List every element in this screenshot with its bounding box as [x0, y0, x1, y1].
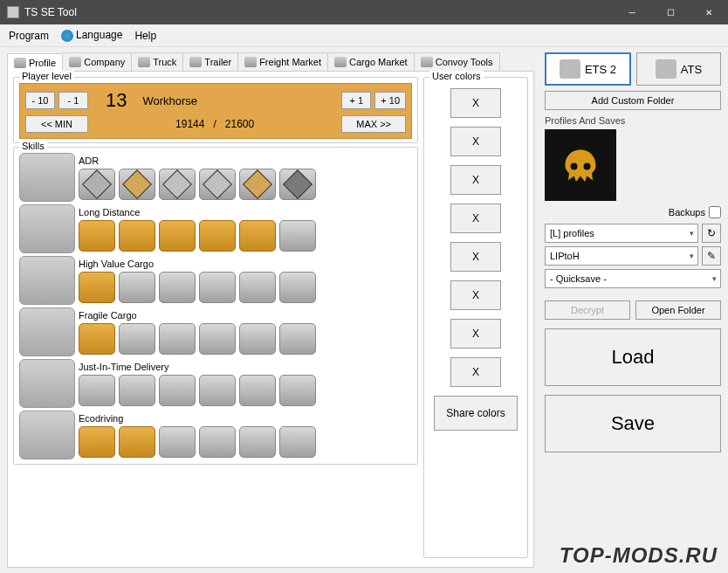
skill-long-cell-0[interactable]	[79, 220, 115, 252]
close-button[interactable]: ✕	[690, 0, 728, 24]
save-combo[interactable]: - Quicksave -	[545, 269, 721, 288]
edit-user-button[interactable]: ✎	[702, 246, 721, 266]
user-color-slot-7[interactable]: X	[450, 357, 501, 387]
skill-adr-cell-5[interactable]	[279, 169, 316, 200]
skill-long-cell-3[interactable]	[199, 220, 236, 252]
user-colors-group: User colors XXXXXXXX Share colors	[423, 77, 528, 558]
skill-row-fragile: Fragile Cargo	[19, 307, 412, 356]
skill-long-cell-4[interactable]	[239, 220, 276, 252]
truck-tab-icon	[138, 57, 150, 67]
skill-long-cell-1[interactable]	[119, 220, 155, 252]
skill-adr-label: ADR	[79, 155, 412, 166]
skill-adr-icon	[19, 153, 75, 202]
trailer-tab-icon	[189, 57, 202, 67]
tab-company[interactable]: Company	[62, 52, 132, 71]
skill-jit-cell-2[interactable]	[159, 375, 196, 406]
skill-fragile-cell-3[interactable]	[199, 323, 236, 355]
skill-fragile-cell-4[interactable]	[239, 323, 276, 355]
skill-jit-cell-0[interactable]	[79, 375, 115, 406]
skill-high-cell-2[interactable]	[159, 272, 196, 303]
skill-eco-cell-1[interactable]	[119, 426, 155, 458]
window-title: TS SE Tool	[24, 6, 77, 18]
user-color-slot-6[interactable]: X	[450, 319, 501, 349]
skill-eco-cell-0[interactable]	[79, 426, 115, 458]
tab-truck[interactable]: Truck	[131, 52, 183, 71]
backups-checkbox[interactable]	[709, 206, 721, 218]
xp-max: 21600	[225, 118, 254, 130]
skill-high-cell-5[interactable]	[279, 272, 316, 303]
menu-language[interactable]: Language	[61, 29, 122, 42]
skill-jit-label: Just-In-Time Delivery	[79, 362, 412, 372]
tab-freight[interactable]: Freight Market	[237, 52, 328, 71]
skill-adr-cell-1[interactable]	[119, 169, 155, 200]
skill-high-icon	[19, 256, 75, 305]
refresh-profiles-button[interactable]: ↻	[702, 224, 721, 243]
skill-jit-cell-3[interactable]	[199, 375, 236, 406]
skill-fragile-cell-2[interactable]	[159, 323, 196, 355]
user-color-slot-3[interactable]: X	[450, 204, 501, 233]
skills-legend: Skills	[19, 141, 47, 151]
decrypt-button[interactable]: Decrypt	[545, 300, 630, 320]
tab-trailer[interactable]: Trailer	[182, 52, 238, 71]
level-min-button[interactable]: << MIN	[25, 115, 88, 133]
skill-adr-cell-2[interactable]	[159, 169, 196, 200]
menu-help[interactable]: Help	[134, 30, 156, 42]
skill-row-high: High Value Cargo	[19, 256, 412, 305]
game-ats-button[interactable]: ATS	[636, 52, 721, 86]
minimize-button[interactable]: ─	[613, 0, 651, 24]
profiles-combo[interactable]: [L] profiles	[545, 224, 698, 243]
skill-jit-cell-1[interactable]	[119, 375, 155, 406]
load-button[interactable]: Load	[545, 328, 721, 386]
user-color-slot-0[interactable]: X	[450, 88, 501, 118]
user-color-slot-2[interactable]: X	[450, 165, 501, 195]
skill-long-cell-2[interactable]	[159, 220, 196, 252]
level-minus-10[interactable]: - 10	[25, 92, 55, 109]
level-name: Workhorse	[142, 94, 197, 107]
user-color-slot-4[interactable]: X	[450, 242, 501, 272]
skill-high-cell-4[interactable]	[239, 272, 276, 303]
level-number: 13	[106, 89, 127, 112]
level-plus-1[interactable]: + 1	[341, 92, 371, 109]
save-button[interactable]: Save	[545, 395, 721, 452]
level-minus-1[interactable]: - 1	[58, 92, 88, 109]
skill-eco-cell-3[interactable]	[199, 426, 236, 458]
skill-adr-cell-4[interactable]	[239, 169, 276, 200]
open-folder-button[interactable]: Open Folder	[635, 300, 721, 320]
user-combo[interactable]: LIPtoH	[545, 246, 698, 266]
tab-profile[interactable]: Profile	[7, 53, 63, 72]
skill-row-eco: Ecodriving	[19, 411, 412, 459]
skill-eco-cell-4[interactable]	[239, 426, 276, 458]
user-color-slot-1[interactable]: X	[450, 127, 501, 156]
maximize-button[interactable]: ☐	[651, 0, 690, 24]
svg-point-1	[584, 163, 590, 169]
skill-high-cell-1[interactable]	[119, 272, 155, 303]
skill-adr-cell-3[interactable]	[199, 169, 236, 200]
skill-high-cell-0[interactable]	[79, 272, 115, 303]
skill-eco-cell-5[interactable]	[279, 426, 316, 458]
skill-fragile-cell-1[interactable]	[119, 323, 155, 355]
skill-fragile-cell-5[interactable]	[279, 323, 316, 355]
skill-jit-cell-5[interactable]	[279, 375, 316, 406]
skill-adr-cell-0[interactable]	[79, 169, 115, 200]
add-custom-folder-button[interactable]: Add Custom Folder	[545, 91, 721, 110]
titlebar: TS SE Tool ─ ☐ ✕	[0, 0, 728, 24]
tab-cargo[interactable]: Cargo Market	[327, 52, 415, 71]
skill-high-cell-3[interactable]	[199, 272, 236, 303]
skill-fragile-cell-0[interactable]	[79, 323, 115, 355]
user-color-slot-5[interactable]: X	[450, 280, 501, 310]
skill-eco-cell-2[interactable]	[159, 426, 196, 458]
share-colors-button[interactable]: Share colors	[434, 396, 518, 431]
level-plus-10[interactable]: + 10	[374, 92, 406, 109]
game-ets2-button[interactable]: ETS 2	[545, 52, 631, 86]
skill-long-cell-5[interactable]	[279, 220, 316, 252]
level-max-button[interactable]: MAX >>	[341, 115, 406, 133]
skill-jit-cell-4[interactable]	[239, 375, 276, 406]
user-colors-legend: User colors	[429, 71, 484, 81]
tab-convoy[interactable]: Convoy Tools	[414, 52, 500, 71]
skill-eco-label: Ecodriving	[79, 413, 412, 424]
menu-program[interactable]: Program	[9, 30, 49, 42]
watermark: TOP-MODS.RU	[560, 543, 718, 568]
ats-truck-icon	[656, 59, 676, 79]
adr-diamond-icon	[283, 169, 312, 199]
xp-current: 19144	[175, 118, 204, 130]
